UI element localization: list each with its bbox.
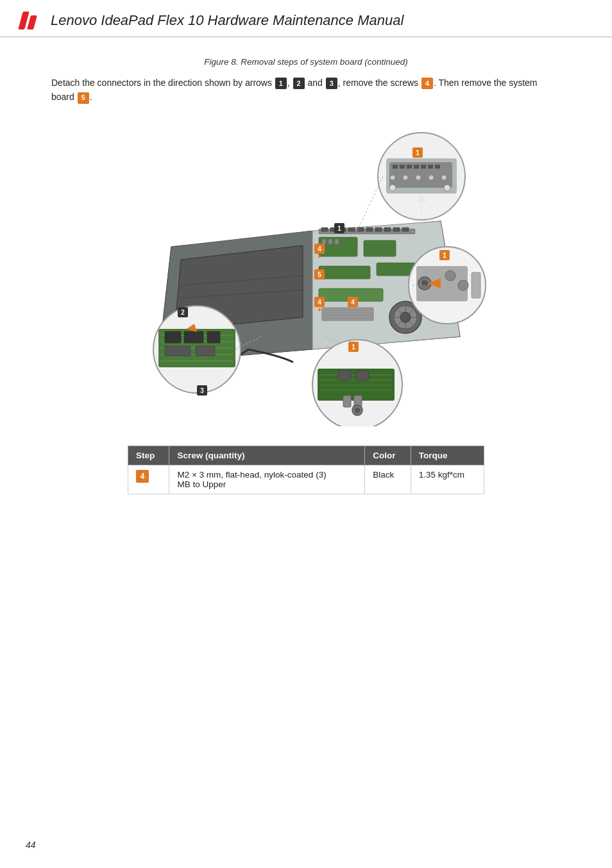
board-badge-5: 5	[78, 92, 89, 104]
svg-rect-31	[402, 228, 409, 231]
arrow-badge-2: 2	[293, 78, 305, 89]
svg-rect-47	[428, 165, 433, 169]
svg-point-53	[441, 175, 446, 180]
svg-point-49	[390, 175, 395, 180]
svg-rect-22	[321, 228, 328, 231]
page-title: Lenovo IdeaPad Flex 10 Hardware Maintena…	[51, 12, 404, 29]
svg-text:1: 1	[352, 344, 355, 351]
page-header: Lenovo IdeaPad Flex 10 Hardware Maintena…	[0, 0, 612, 38]
screw-table: Step Screw (quantity) Color Torque 4 M2 …	[128, 446, 484, 494]
svg-point-52	[429, 175, 434, 180]
svg-text:4: 4	[351, 299, 355, 306]
svg-rect-43	[400, 165, 405, 169]
svg-rect-97	[196, 346, 215, 356]
diagram-container: 1 1	[51, 119, 561, 426]
svg-point-50	[403, 175, 408, 180]
description-text: Detach the connectors in the direction s…	[51, 76, 561, 104]
svg-text:1: 1	[443, 252, 446, 259]
table-cell-torque: 1.35 kgf*cm	[411, 465, 484, 494]
svg-rect-67	[472, 272, 480, 298]
table-header-step: Step	[128, 446, 169, 465]
svg-rect-46	[421, 165, 426, 169]
svg-point-83	[355, 408, 360, 413]
svg-text:4: 4	[318, 299, 321, 306]
page-number: 44	[26, 840, 36, 850]
svg-rect-11	[377, 263, 415, 276]
arrow-badge-1: 1	[275, 78, 287, 89]
svg-point-65	[445, 271, 455, 281]
svg-rect-93	[165, 331, 181, 343]
svg-rect-9	[364, 240, 396, 256]
svg-text:3: 3	[200, 387, 204, 394]
svg-rect-14	[328, 239, 332, 244]
logo-stripes-icon	[21, 12, 35, 29]
svg-text:1: 1	[337, 225, 341, 232]
svg-rect-94	[184, 331, 203, 343]
svg-rect-48	[435, 165, 440, 169]
desc-mid: , remove the screws	[338, 78, 421, 88]
table-cell-screw: M2 × 3 mm, flat-head, nylok-coated (3)MB…	[169, 465, 365, 494]
desc-end: .	[90, 92, 92, 102]
svg-rect-78	[356, 371, 369, 380]
svg-point-114	[318, 308, 321, 311]
svg-rect-15	[335, 239, 339, 244]
arrow-badge-3: 3	[326, 78, 337, 89]
step-badge-4: 4	[136, 470, 149, 483]
svg-point-66	[458, 280, 468, 290]
screw-badge-4: 4	[421, 78, 433, 89]
svg-point-107	[318, 255, 321, 258]
svg-rect-42	[393, 165, 398, 169]
svg-text:2: 2	[181, 309, 185, 316]
svg-rect-79	[343, 396, 351, 407]
svg-rect-44	[407, 165, 412, 169]
svg-rect-25	[348, 228, 355, 231]
svg-point-51	[416, 175, 421, 180]
table-header-torque: Torque	[411, 446, 484, 465]
svg-rect-10	[319, 266, 370, 279]
svg-text:1: 1	[416, 149, 420, 156]
and-word: and	[308, 78, 325, 88]
comma-1: ,	[287, 78, 293, 88]
svg-rect-96	[165, 346, 191, 356]
stripe-2	[27, 15, 37, 29]
svg-text:4: 4	[318, 246, 321, 253]
diagram-wrapper: 1 1	[120, 119, 492, 426]
desc-before: Detach the connectors in the direction s…	[51, 78, 272, 88]
svg-rect-95	[207, 331, 220, 343]
lenovo-logo	[21, 12, 42, 29]
svg-rect-28	[375, 228, 382, 231]
svg-rect-45	[414, 165, 419, 169]
svg-rect-30	[393, 228, 400, 231]
table-header-color: Color	[365, 446, 411, 465]
svg-rect-29	[384, 228, 391, 231]
svg-text:5: 5	[318, 271, 321, 278]
svg-point-55	[444, 185, 450, 191]
svg-rect-77	[338, 371, 351, 380]
svg-point-54	[389, 185, 396, 191]
svg-rect-26	[357, 228, 364, 231]
svg-rect-27	[366, 228, 373, 231]
svg-rect-16	[322, 308, 373, 321]
table-header-screw: Screw (quantity)	[169, 446, 365, 465]
figure-caption: Figure 8. Removal steps of system board …	[51, 57, 561, 67]
main-content: Figure 8. Removal steps of system board …	[0, 38, 612, 539]
disassembly-diagram: 1 1	[120, 119, 492, 426]
table-cell-step: 4	[128, 465, 169, 494]
table-cell-color: Black	[365, 465, 411, 494]
svg-rect-13	[322, 239, 326, 244]
table-row: 4 M2 × 3 mm, flat-head, nylok-coated (3)…	[128, 465, 484, 494]
